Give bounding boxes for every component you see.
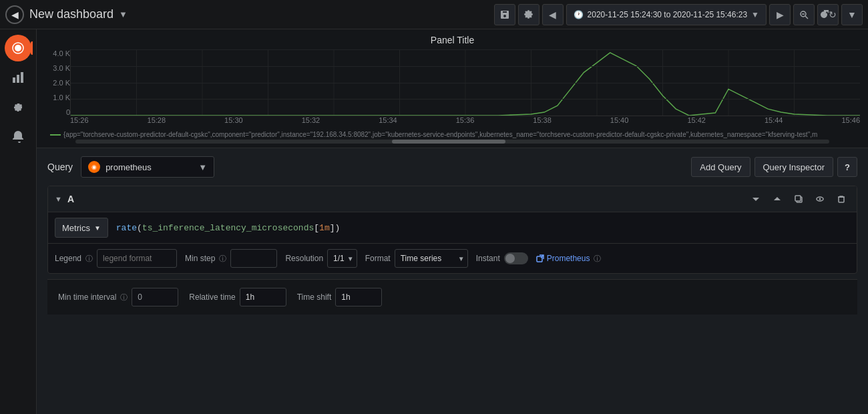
zoom-icon <box>799 10 809 19</box>
chart-section: Panel Title 4.0 K 3.0 K 2.0 K 1.0 K 0 <box>37 29 868 148</box>
save-button[interactable] <box>494 4 515 25</box>
query-label: Query <box>47 162 73 172</box>
resolution-label: Resolution <box>285 254 323 263</box>
back-button[interactable]: ◀ <box>5 5 24 24</box>
instant-toggle[interactable] <box>504 252 528 264</box>
func-name: rate <box>116 223 137 233</box>
chart-body[interactable] <box>70 49 860 116</box>
chart-container: 4.0 K 3.0 K 2.0 K 1.0 K 0 <box>45 49 860 130</box>
min-time-interval-info[interactable]: ⓘ <box>120 292 128 302</box>
min-step-group: Min step ⓘ <box>185 249 277 268</box>
resolution-group: Resolution 1/1 ▼ <box>285 249 357 268</box>
time-shift-input[interactable] <box>335 288 382 306</box>
sidebar-item-panel[interactable] <box>5 35 31 61</box>
bracket-close: ]) <box>330 223 341 233</box>
x-label: 15:42 <box>687 116 706 130</box>
x-label: 15:40 <box>610 116 629 130</box>
resolution-select[interactable]: 1/1 ▼ <box>327 249 357 268</box>
move-down-button[interactable] <box>747 190 765 208</box>
toggle-visibility-button[interactable] <box>811 190 829 208</box>
format-select[interactable]: Time series ▼ <box>395 249 468 268</box>
x-label: 15:28 <box>148 116 166 130</box>
relative-time-input[interactable] <box>240 288 286 306</box>
chart-icon <box>11 71 25 84</box>
format-value: Time series <box>401 254 442 263</box>
query-header-right: Add Query Query Inspector ? <box>691 157 857 177</box>
time-shift-label: Time shift <box>297 292 332 302</box>
x-label: 15:30 <box>224 116 243 130</box>
collapse-arrow[interactable]: ▼ <box>55 195 62 203</box>
chart-scrollbar[interactable] <box>75 140 829 144</box>
min-time-interval-group: Min time interval ⓘ <box>58 288 178 306</box>
legend-color <box>50 134 61 136</box>
svg-rect-20 <box>795 196 801 201</box>
y-label-2k: 2.0 K <box>45 79 70 87</box>
resolution-value: 1/1 <box>333 254 345 263</box>
dashboard-title-arrow[interactable]: ▼ <box>119 9 128 19</box>
min-step-input[interactable] <box>230 249 277 268</box>
svg-point-22 <box>819 198 821 200</box>
grid-line <box>71 99 860 99</box>
svg-rect-7 <box>21 72 23 83</box>
bell-icon <box>11 130 25 143</box>
more-options-button[interactable]: ▼ <box>841 4 863 25</box>
sidebar-item-viz[interactable] <box>5 64 31 91</box>
x-label: 15:46 <box>841 116 860 130</box>
y-label-4k: 4.0 K <box>45 49 70 57</box>
layers-icon <box>11 41 25 55</box>
sidebar-item-settings[interactable] <box>5 93 31 120</box>
query-inspector-button[interactable]: Query Inspector <box>754 157 834 177</box>
query-editor: Query ◉ prometheus ▼ Add Query Query Ins… <box>37 148 868 414</box>
query-id-a: A <box>67 194 74 204</box>
y-axis-labels: 4.0 K 3.0 K 2.0 K 1.0 K 0 <box>45 49 70 116</box>
metrics-button[interactable]: Metrics ▼ <box>55 218 108 238</box>
format-arrow: ▼ <box>458 255 465 262</box>
bottom-section: Min time interval ⓘ Relative time Time s… <box>47 279 857 315</box>
prometheus-info-icon[interactable]: ⓘ <box>594 254 601 264</box>
duplicate-button[interactable] <box>790 190 807 208</box>
datasource-selector[interactable]: ◉ prometheus ▼ <box>81 156 214 178</box>
help-button[interactable]: ? <box>837 157 857 177</box>
eye-icon <box>815 194 825 204</box>
legend-input[interactable] <box>97 249 177 268</box>
scrollbar-thumb <box>392 140 505 144</box>
delete-query-button[interactable] <box>833 190 850 208</box>
time-range-value: 2020-11-25 15:24:30 to 2020-11-25 15:46:… <box>588 10 748 19</box>
min-step-label: Min step <box>185 254 215 263</box>
external-link-icon <box>536 254 544 262</box>
time-value: 1m <box>319 223 330 233</box>
format-label: Format <box>365 254 391 263</box>
min-time-interval-input[interactable] <box>132 288 178 306</box>
query-row-a-left: ▼ A <box>55 194 74 204</box>
arrow-down-icon <box>751 194 761 204</box>
instant-group: Instant <box>476 252 528 264</box>
grid-line <box>71 49 860 50</box>
sidebar-item-alerts[interactable] <box>5 123 31 150</box>
metric-name: ts_inference_latency_microseconds <box>142 223 314 233</box>
prometheus-link[interactable]: Prometheus <box>536 254 590 263</box>
metrics-arrow: ▼ <box>94 224 101 232</box>
x-label: 15:36 <box>456 116 475 130</box>
legend-info-icon[interactable]: ⓘ <box>85 254 93 264</box>
prometheus-link-label: Prometheus <box>547 254 590 263</box>
min-step-info-icon[interactable]: ⓘ <box>219 254 226 264</box>
zoom-out-button[interactable] <box>793 4 815 25</box>
prev-time-button[interactable]: ◀ <box>542 4 564 25</box>
time-range-picker[interactable]: 🕐 2020-11-25 15:24:30 to 2020-11-25 15:4… <box>566 4 767 25</box>
y-label-1k: 1.0 K <box>45 93 70 101</box>
main-content: Panel Title 4.0 K 3.0 K 2.0 K 1.0 K 0 <box>0 29 868 414</box>
refresh-button[interactable]: ↻ <box>817 4 839 25</box>
panel-title: Panel Title <box>45 35 860 45</box>
min-time-interval-label: Min time interval <box>58 292 116 302</box>
relative-time-group: Relative time <box>189 288 286 306</box>
x-label: 15:34 <box>379 116 397 130</box>
svg-point-3 <box>15 45 21 51</box>
next-time-button[interactable]: ▶ <box>769 4 791 25</box>
move-up-button[interactable] <box>769 190 786 208</box>
settings-button[interactable] <box>518 4 539 25</box>
clock-icon: 🕐 <box>574 10 584 19</box>
time-range-arrow: ▼ <box>751 10 759 19</box>
svg-rect-23 <box>839 197 844 202</box>
add-query-button[interactable]: Add Query <box>691 157 750 177</box>
bottom-options: Min time interval ⓘ Relative time Time s… <box>58 288 847 306</box>
